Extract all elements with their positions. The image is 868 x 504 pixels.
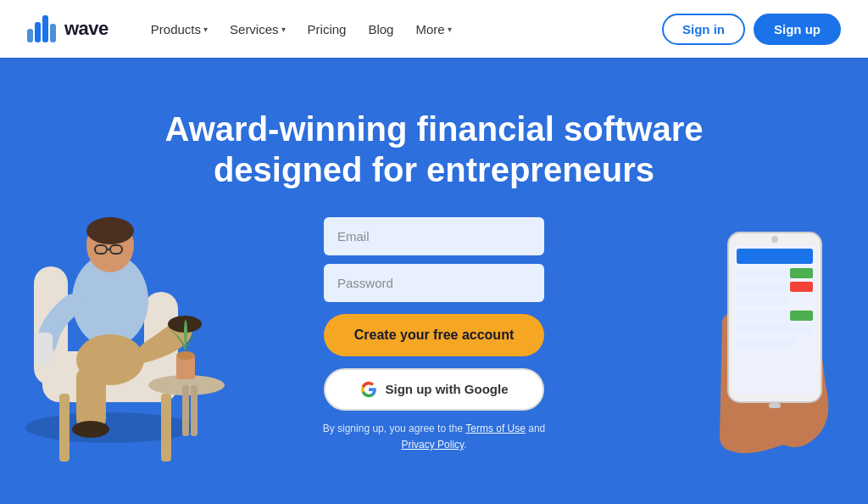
terms-text: By signing up, you agree to the Terms of…	[323, 421, 546, 453]
nav-services-label: Services	[230, 22, 279, 36]
svg-rect-1	[35, 22, 41, 42]
chevron-down-icon: ▾	[448, 25, 452, 34]
svg-rect-39	[769, 403, 781, 408]
signup-form: Create your free account Sign up with Go…	[324, 217, 544, 411]
google-icon	[360, 381, 377, 398]
google-button-label: Sign up with Google	[386, 382, 509, 396]
nav-products-label: Products	[151, 22, 201, 36]
svg-rect-22	[182, 385, 189, 436]
hero-section: Award-winning financial software designe…	[0, 58, 868, 504]
svg-rect-29	[737, 249, 813, 264]
signup-button[interactable]: Sign up	[754, 14, 841, 45]
svg-rect-9	[161, 394, 171, 462]
header: wave Products ▾ Services ▾ Pricing Blog …	[0, 0, 868, 58]
nav-blog-label: Blog	[368, 22, 393, 36]
hero-phone-illustration	[682, 148, 868, 487]
logo-area[interactable]: wave	[27, 15, 108, 42]
privacy-policy-link[interactable]: Privacy Policy	[401, 439, 464, 451]
email-input[interactable]	[324, 217, 544, 255]
svg-rect-0	[27, 29, 33, 42]
svg-rect-23	[191, 385, 198, 436]
main-nav: Products ▾ Services ▾ Pricing Blog More …	[142, 17, 662, 42]
svg-rect-2	[42, 15, 48, 42]
headline-line1: Award-winning financial software	[165, 110, 704, 148]
chevron-down-icon: ▾	[203, 25, 208, 34]
create-account-button[interactable]: Create your free account	[324, 314, 544, 356]
svg-point-13	[72, 421, 109, 438]
svg-rect-3	[50, 24, 56, 42]
svg-rect-12	[76, 368, 106, 428]
svg-point-40	[771, 236, 778, 243]
nav-item-pricing[interactable]: Pricing	[299, 17, 355, 42]
svg-rect-38	[790, 311, 813, 321]
chevron-down-icon: ▾	[281, 25, 286, 34]
nav-item-services[interactable]: Services ▾	[221, 17, 294, 42]
password-input[interactable]	[324, 264, 544, 302]
svg-rect-20	[34, 333, 53, 365]
svg-rect-8	[59, 394, 70, 462]
nav-pricing-label: Pricing	[308, 22, 347, 36]
nav-item-products[interactable]: Products ▾	[142, 17, 216, 42]
logo-text: wave	[64, 18, 108, 40]
svg-point-16	[86, 217, 134, 244]
signin-button[interactable]: Sign in	[662, 14, 745, 45]
svg-rect-37	[790, 282, 813, 292]
svg-rect-35	[737, 338, 796, 348]
header-actions: Sign in Sign up	[662, 14, 841, 45]
nav-more-label: More	[415, 22, 444, 36]
svg-rect-36	[790, 268, 813, 278]
terms-link[interactable]: Terms of Use	[465, 423, 526, 434]
google-signup-button[interactable]: Sign up with Google	[324, 368, 544, 411]
nav-item-blog[interactable]: Blog	[359, 17, 402, 42]
svg-point-25	[176, 351, 195, 360]
svg-rect-32	[737, 295, 787, 305]
wave-logo-icon	[27, 15, 58, 42]
svg-rect-34	[737, 324, 813, 334]
hero-headline: Award-winning financial software designe…	[165, 109, 704, 190]
headline-line2: designed for entrepreneurs	[214, 151, 654, 188]
nav-item-more[interactable]: More ▾	[407, 17, 459, 42]
